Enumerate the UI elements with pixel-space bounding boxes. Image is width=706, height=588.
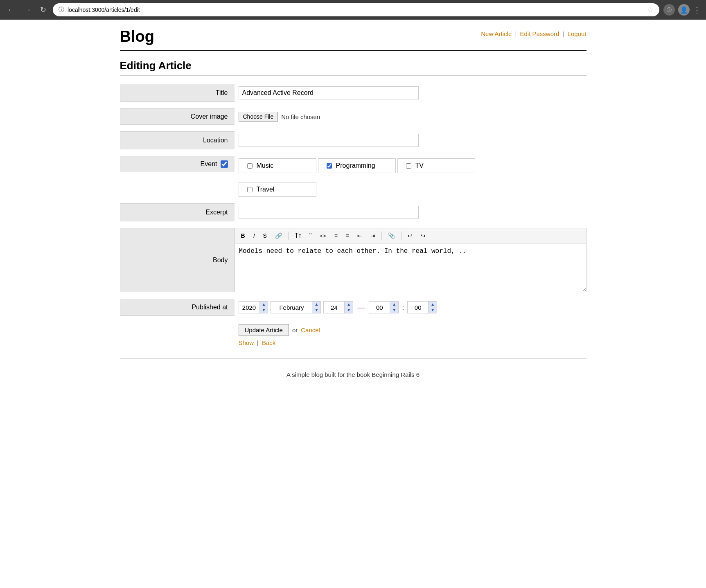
bold-button[interactable]: B xyxy=(237,230,249,241)
year-up-button[interactable]: ▲ xyxy=(260,302,268,307)
programming-category[interactable]: Programming xyxy=(318,158,396,173)
location-input[interactable] xyxy=(239,134,419,147)
page-footer: A simple blog built for the book Beginni… xyxy=(120,358,586,384)
month-down-button[interactable]: ▼ xyxy=(312,307,320,313)
day-up-button[interactable]: ▲ xyxy=(345,302,353,307)
quote-button[interactable]: " xyxy=(306,230,316,241)
day-down-button[interactable]: ▼ xyxy=(345,307,353,313)
account-icon[interactable]: ⓘ xyxy=(663,4,675,16)
month-up-button[interactable]: ▲ xyxy=(312,302,320,307)
site-title: Blog xyxy=(120,28,154,45)
minute-down-button[interactable]: ▼ xyxy=(429,307,437,313)
avatar: 👤 xyxy=(678,4,690,16)
published-at-label: Published at xyxy=(120,299,235,316)
music-category[interactable]: Music xyxy=(239,158,316,173)
day-spinner: 24 ▲ ▼ xyxy=(323,301,353,313)
excerpt-field-wrapper xyxy=(235,203,586,221)
new-article-link[interactable]: New Article xyxy=(481,30,512,37)
menu-button[interactable]: ⋮ xyxy=(693,5,701,15)
dash-separator: — xyxy=(357,303,365,312)
minute-spinner-btns: ▲ ▼ xyxy=(428,302,437,313)
form-actions: Update Article or Cancel Show | Back xyxy=(120,324,586,346)
body-textarea[interactable]: Models need to relate to each other. In … xyxy=(235,243,586,292)
location-label: Location xyxy=(120,131,235,149)
published-at-row: Published at 2020 ▲ ▼ February ▲ ▼ xyxy=(120,299,586,316)
travel-checkbox[interactable] xyxy=(247,187,253,192)
cover-image-row: Cover image Choose File No file chosen xyxy=(120,108,586,125)
back-button[interactable]: ← xyxy=(5,5,17,15)
programming-label: Programming xyxy=(336,162,375,169)
nav-sep-1: | xyxy=(515,30,518,37)
event-label-text: Event xyxy=(201,160,217,168)
no-file-text: No file chosen xyxy=(281,113,320,120)
update-article-button[interactable]: Update Article xyxy=(239,324,289,336)
indent-increase-button[interactable]: ⇥ xyxy=(367,230,379,241)
travel-row: Travel xyxy=(120,182,586,197)
toolbar-divider-1 xyxy=(288,232,289,240)
body-field-wrapper: B I S 🔗 TT " <> ≡ ≡ ⇤ ⇥ 📎 ↩ ↪ xyxy=(235,228,586,292)
title-row: Title xyxy=(120,84,586,102)
footer-text: A simple blog built for the book Beginni… xyxy=(286,371,420,378)
header-nav: New Article | Edit Password | Logout xyxy=(481,28,586,37)
month-value: February xyxy=(271,302,312,313)
published-at-field: 2020 ▲ ▼ February ▲ ▼ 24 xyxy=(235,299,442,316)
strikethrough-button[interactable]: S xyxy=(259,230,271,241)
body-row: Body B I S 🔗 TT " <> ≡ ≡ ⇤ ⇥ 📎 xyxy=(120,228,586,292)
toolbar-divider-3 xyxy=(401,232,401,240)
event-categories: Music Programming TV xyxy=(235,156,586,176)
edit-password-link[interactable]: Edit Password xyxy=(520,30,559,37)
redo-button[interactable]: ↪ xyxy=(417,230,429,241)
attachment-button[interactable]: 📎 xyxy=(384,230,399,241)
actions-row-2: Show | Back xyxy=(239,339,586,346)
back-link[interactable]: Back xyxy=(262,339,275,346)
url-text: localhost:3000/articles/1/edit xyxy=(68,7,140,13)
forward-button[interactable]: → xyxy=(21,5,34,15)
programming-checkbox[interactable] xyxy=(327,163,332,169)
year-down-button[interactable]: ▼ xyxy=(260,307,268,313)
tv-checkbox[interactable] xyxy=(406,163,411,169)
toolbar-divider-2 xyxy=(381,232,382,240)
browser-chrome: ← → ↻ ⓘ localhost:3000/articles/1/edit ☆… xyxy=(0,0,706,20)
title-input[interactable] xyxy=(239,86,419,99)
excerpt-input[interactable] xyxy=(239,206,419,219)
choose-file-button[interactable]: Choose File xyxy=(239,112,278,122)
info-icon: ⓘ xyxy=(59,6,64,14)
file-input-wrapper: Choose File No file chosen xyxy=(239,112,582,122)
cover-image-field-wrapper: Choose File No file chosen xyxy=(235,109,586,124)
event-checkbox[interactable] xyxy=(221,160,228,168)
year-value: 2020 xyxy=(239,302,259,313)
cancel-link[interactable]: Cancel xyxy=(301,327,320,333)
code-button[interactable]: <> xyxy=(316,231,329,241)
reload-button[interactable]: ↻ xyxy=(38,5,49,15)
music-checkbox[interactable] xyxy=(247,163,253,169)
address-bar[interactable]: ⓘ localhost:3000/articles/1/edit ☆ xyxy=(53,3,659,16)
unordered-list-button[interactable]: ≡ xyxy=(331,230,341,241)
site-header: Blog New Article | Edit Password | Logou… xyxy=(120,28,586,51)
page-content: Blog New Article | Edit Password | Logou… xyxy=(108,20,599,392)
italic-button[interactable]: I xyxy=(250,230,259,241)
minute-up-button[interactable]: ▲ xyxy=(429,302,437,307)
logout-link[interactable]: Logout xyxy=(568,30,586,37)
event-row: Event Music Programming TV xyxy=(120,156,586,176)
indent-decrease-button[interactable]: ⇤ xyxy=(354,230,366,241)
hour-value: 00 xyxy=(369,302,390,313)
hour-spinner: 00 ▲ ▼ xyxy=(369,301,399,313)
pipe-separator: | xyxy=(257,339,259,346)
travel-label: Travel xyxy=(257,186,275,193)
text-size-button[interactable]: TT xyxy=(291,230,305,241)
page-heading: Editing Article xyxy=(120,59,586,76)
title-field-wrapper xyxy=(235,84,586,102)
minute-value: 00 xyxy=(408,302,428,313)
travel-category[interactable]: Travel xyxy=(239,182,316,197)
tv-category[interactable]: TV xyxy=(397,158,475,173)
show-link[interactable]: Show xyxy=(239,339,254,346)
hour-up-button[interactable]: ▲ xyxy=(390,302,398,307)
ordered-list-button[interactable]: ≡ xyxy=(342,230,353,241)
link-button[interactable]: 🔗 xyxy=(271,230,286,241)
undo-button[interactable]: ↩ xyxy=(404,230,416,241)
year-spinner: 2020 ▲ ▼ xyxy=(239,301,268,313)
month-spinner: February ▲ ▼ xyxy=(271,301,321,313)
body-label: Body xyxy=(120,228,235,292)
hour-down-button[interactable]: ▼ xyxy=(390,307,398,313)
minute-spinner: 00 ▲ ▼ xyxy=(407,301,437,313)
